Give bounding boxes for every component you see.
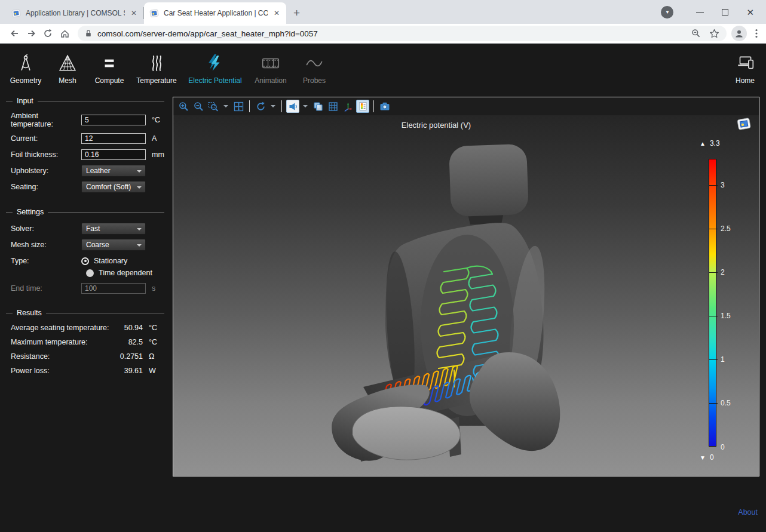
mesh-size-row: Mesh size: Coarse <box>11 239 164 251</box>
plot-canvas[interactable]: Electric potential (V) 3 2.5 2 1.5 1 <box>173 115 759 476</box>
scene-light-dropdown-caret[interactable] <box>303 105 308 107</box>
dropdown-value: Fast <box>86 225 100 233</box>
zoom-in-icon <box>179 102 189 112</box>
snapshot-button[interactable] <box>378 100 391 113</box>
ribbon-item-compute[interactable]: Compute <box>92 52 127 97</box>
ribbon-item-home[interactable]: Home <box>735 52 755 85</box>
result-label: Average seating temperature: <box>11 324 109 332</box>
zoom-in-button[interactable] <box>177 100 190 113</box>
browser-update-chevron-icon[interactable]: ▼ <box>661 6 673 19</box>
toolbar-separator <box>249 100 250 112</box>
dropdown-value: Comfort (Soft) <box>86 183 131 191</box>
ribbon-label: Compute <box>95 76 124 85</box>
triangle-up-icon: ▲ <box>700 140 706 147</box>
ribbon-label: Geometry <box>10 76 42 85</box>
end-time-row: End time: s <box>11 282 164 294</box>
colorbar-tick <box>709 185 718 186</box>
address-bar[interactable]: comsol.com/server-demo/app/car_seat_heat… <box>78 26 727 41</box>
ribbon-item-temperature[interactable]: Temperature <box>134 52 179 97</box>
dropdown-value: Leather <box>86 167 111 175</box>
window-minimize-button[interactable] <box>696 12 704 13</box>
zoom-extents-button[interactable] <box>232 100 245 113</box>
ribbon-item-animation[interactable]: Animation <box>251 52 290 97</box>
back-button[interactable] <box>6 29 23 38</box>
upholstery-row: Upholstery: Leather <box>11 165 164 177</box>
electric-potential-bolt-icon <box>206 54 224 73</box>
grid-icon <box>328 102 338 112</box>
field-label: Solver: <box>11 225 81 233</box>
result-row: Average seating temperature: 50.94 °C <box>11 324 164 332</box>
mesh-size-dropdown[interactable]: Coarse <box>81 239 146 251</box>
tab-close-icon[interactable]: ✕ <box>130 9 138 17</box>
axes-orientation-button[interactable] <box>341 100 354 113</box>
zoom-out-page-icon[interactable] <box>691 29 701 38</box>
colorbar-tick-label: 2 <box>721 268 725 276</box>
home-button[interactable] <box>56 29 73 38</box>
ribbon-item-mesh[interactable]: Mesh <box>50 52 85 97</box>
bookmark-star-icon[interactable] <box>709 29 719 38</box>
time-dependent-radio[interactable] <box>86 269 94 277</box>
field-label: Ambient temperature: <box>11 112 81 128</box>
transparency-button[interactable] <box>311 100 324 113</box>
ribbon-item-electric-potential[interactable]: Electric Potential <box>186 52 244 97</box>
color-legend-button[interactable] <box>356 100 369 113</box>
ambient-temperature-input[interactable] <box>81 115 146 125</box>
current-row: Current: A <box>11 133 164 144</box>
window-maximize-button[interactable] <box>722 9 728 16</box>
zoom-box-button[interactable] <box>207 100 220 113</box>
field-unit: A <box>152 134 157 143</box>
results-section-title: Results <box>6 309 164 317</box>
upholstery-dropdown[interactable]: Leather <box>81 165 146 177</box>
ribbon-item-probes[interactable]: Probes <box>298 52 331 97</box>
zoom-box-dropdown-caret[interactable] <box>223 105 228 107</box>
reload-icon <box>43 29 53 38</box>
seating-dropdown[interactable]: Comfort (Soft) <box>81 181 146 193</box>
forward-button[interactable] <box>23 29 39 38</box>
field-label: Current: <box>11 134 81 143</box>
lock-icon <box>85 29 92 38</box>
zoom-extents-icon <box>234 102 244 112</box>
about-link[interactable]: About <box>738 508 758 516</box>
field-label: Foil thickness: <box>11 150 81 159</box>
new-tab-button[interactable]: + <box>293 7 300 19</box>
stationary-radio[interactable] <box>81 257 89 265</box>
tab-close-icon[interactable]: ✕ <box>272 9 281 17</box>
sidebar: Input Ambient temperature: °C Current: A… <box>0 97 173 532</box>
colorbar-tick <box>709 403 718 404</box>
ribbon-item-geometry[interactable]: Geometry <box>8 52 43 97</box>
reload-button[interactable] <box>39 29 56 38</box>
solver-dropdown[interactable]: Fast <box>81 223 146 235</box>
reset-view-button[interactable] <box>254 100 267 113</box>
window-close-button[interactable]: ✕ <box>746 8 754 17</box>
field-unit: s <box>152 284 155 293</box>
radio-label: Stationary <box>94 257 127 265</box>
scene-light-button[interactable] <box>286 100 299 113</box>
result-label: Resistance: <box>11 352 50 361</box>
transparency-icon <box>313 102 323 112</box>
foil-thickness-input[interactable] <box>81 149 146 160</box>
geometry-compass-icon <box>17 54 35 73</box>
reset-view-icon <box>256 102 266 112</box>
comsol-favicon-icon <box>11 8 21 18</box>
field-label: Mesh size: <box>11 241 81 249</box>
input-section-title: Input <box>6 97 164 105</box>
app-ribbon: Geometry Mesh Compute <box>0 44 766 97</box>
browser-tab-car-seat-heater[interactable]: Car Seat Heater Application | CO ✕ <box>144 2 286 24</box>
result-row: Maximum temperature: 82.5 °C <box>11 338 164 346</box>
comsol-logo-icon[interactable] <box>736 116 752 131</box>
car-seat-3d-view <box>173 115 759 476</box>
graphics-frame: Electric potential (V) 3 2.5 2 1.5 1 <box>173 97 759 476</box>
browser-tab-application-library[interactable]: Application Library | COMSOL Se ✕ <box>6 2 143 24</box>
grid-button[interactable] <box>326 100 339 113</box>
url-text[interactable]: comsol.com/server-demo/app/car_seat_heat… <box>97 29 686 38</box>
ribbon-label: Temperature <box>136 76 176 85</box>
input-section: Input Ambient temperature: °C Current: A… <box>6 97 164 193</box>
zoom-out-button[interactable] <box>192 100 205 113</box>
current-input[interactable] <box>81 133 146 144</box>
profile-avatar[interactable] <box>731 26 747 41</box>
result-label: Maximum temperature: <box>11 338 88 346</box>
temperature-waves-icon <box>148 54 166 73</box>
reset-view-dropdown-caret[interactable] <box>271 105 275 107</box>
zoom-out-icon <box>194 102 204 112</box>
browser-menu-kebab-icon[interactable] <box>755 29 758 38</box>
